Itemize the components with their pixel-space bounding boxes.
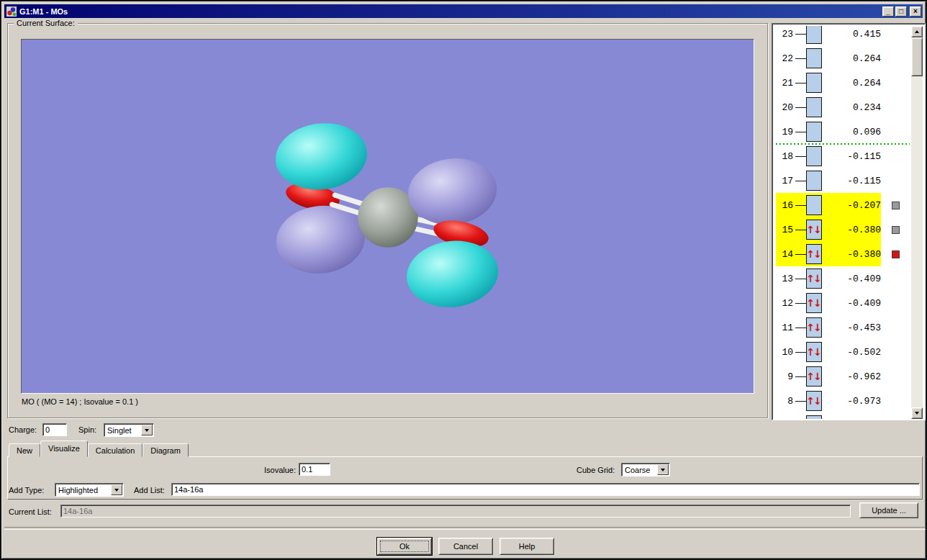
chevron-down-icon	[114, 489, 119, 492]
add-list-input[interactable]	[171, 483, 920, 496]
mo-energy: -0.962	[847, 371, 881, 382]
molecular-orbital-render	[22, 40, 754, 393]
mo-number: 21	[774, 78, 793, 89]
mo-level-line	[795, 303, 806, 304]
mo-row-21[interactable]: 210.264	[774, 71, 913, 95]
molecule-viewport[interactable]	[21, 39, 754, 394]
mo-orbital-box[interactable]	[806, 171, 822, 191]
mo-row-22[interactable]: 220.264	[774, 46, 913, 71]
mo-energy: -0.502	[847, 347, 881, 358]
mo-row-20[interactable]: 200.234	[774, 95, 913, 119]
title-bar[interactable]: G1:M1 - MOs _ □ ×	[4, 4, 923, 18]
mo-level-line	[795, 328, 806, 328]
mo-energy: -0.115	[847, 176, 881, 186]
mo-row-9[interactable]: 9↑↓-0.962	[774, 364, 913, 389]
mo-row-15[interactable]: 15↑↓-0.380	[774, 217, 913, 242]
current-list-label: Current List:	[9, 507, 52, 516]
cancel-button[interactable]: Cancel	[438, 538, 493, 555]
cube-grid-label: Cube Grid:	[576, 466, 615, 474]
mo-row-16[interactable]: 16-0.207	[774, 193, 913, 217]
mo-number: 14	[774, 249, 793, 260]
spin-down-arrow-icon: ↓	[813, 396, 822, 406]
tab-calculation[interactable]: Calculation	[88, 443, 143, 457]
mo-number: 22	[774, 53, 793, 64]
homo-lumo-separator	[776, 143, 910, 145]
mo-level-line	[795, 279, 806, 279]
chevron-down-icon	[145, 429, 149, 432]
cube-grid-dropdown-arrow[interactable]	[657, 464, 669, 475]
mo-orbital-box[interactable]	[806, 97, 822, 117]
mo-orbital-box[interactable]	[806, 73, 822, 93]
mo-row-partial[interactable]: ↑↓	[774, 413, 913, 419]
mo-select-checkbox[interactable]	[892, 226, 900, 234]
mo-orbital-box[interactable]: ↑↓	[806, 244, 822, 264]
mo-orbital-box[interactable]	[806, 48, 822, 68]
app-icon[interactable]	[6, 6, 17, 17]
mo-energy: 0.264	[853, 53, 881, 64]
mo-orbital-box[interactable]: ↑↓	[806, 220, 822, 240]
mo-row-14[interactable]: 14↑↓-0.380	[774, 242, 913, 266]
spin-dropdown[interactable]: Singlet	[104, 423, 154, 437]
mo-orbital-box[interactable]	[806, 146, 822, 166]
tab-visualize[interactable]: Visualize	[40, 441, 88, 457]
mo-row-18[interactable]: 18-0.115	[774, 144, 913, 168]
mo-orbital-box[interactable]	[806, 195, 822, 215]
mo-row-17[interactable]: 17-0.115	[774, 168, 913, 193]
tab-diagram[interactable]: Diagram	[143, 443, 189, 457]
mo-row-19[interactable]: 190.096	[774, 119, 913, 144]
mo-number: 13	[774, 274, 793, 284]
spin-down-arrow-icon: ↓	[813, 274, 822, 284]
mo-select-checkbox[interactable]	[892, 202, 900, 209]
mo-orbital-box[interactable]: ↑↓	[806, 391, 822, 411]
mo-energy: 0.264	[853, 78, 881, 89]
update-button[interactable]: Update ...	[859, 502, 918, 518]
scrollbar-thumb[interactable]	[911, 37, 923, 76]
mo-row-12[interactable]: 12↑↓-0.409	[774, 291, 913, 315]
mo-select-checkbox[interactable]	[892, 250, 900, 258]
mo-orbital-box[interactable]: ↑↓	[806, 342, 822, 362]
mos-dialog-window: G1:M1 - MOs _ □ × Current Surface:	[0, 0, 927, 560]
mo-energy: -0.207	[847, 200, 881, 211]
minimize-button[interactable]: _	[882, 6, 894, 17]
maximize-button[interactable]: □	[895, 6, 907, 17]
mo-orbital-box[interactable]: ↑↓	[806, 293, 822, 313]
mo-row-13[interactable]: 13↑↓-0.409	[774, 266, 913, 291]
mo-orbital-box[interactable]: ↑↓	[806, 366, 822, 387]
scroll-down-button[interactable]	[911, 407, 923, 419]
mo-level-line	[795, 376, 806, 377]
mo-row-23[interactable]: 230.415	[774, 26, 913, 46]
mo-level-line	[795, 401, 806, 402]
ok-button[interactable]: Ok	[377, 538, 432, 555]
mo-list-scrollbar[interactable]	[911, 26, 923, 419]
bottom-divider	[4, 527, 926, 530]
mo-row-8[interactable]: 8↑↓-0.973	[774, 389, 913, 413]
mo-orbital-box[interactable]	[806, 122, 822, 142]
isovalue-input[interactable]	[299, 463, 330, 476]
mo-level-line	[795, 107, 806, 108]
cube-grid-dropdown[interactable]: Coarse	[621, 463, 670, 477]
minimize-icon: _	[886, 7, 890, 15]
mo-energy: -0.380	[847, 225, 881, 235]
mo-orbital-box[interactable]: ↑↓	[806, 268, 822, 289]
mo-number: 11	[774, 322, 793, 333]
tab-new[interactable]: New	[9, 443, 40, 457]
mo-orbital-box[interactable]	[806, 26, 822, 44]
mo-orbital-box[interactable]: ↑↓	[806, 317, 822, 338]
scroll-up-button[interactable]	[911, 26, 923, 37]
charge-input[interactable]	[42, 423, 67, 436]
mo-level-line	[795, 352, 806, 353]
mo-energy: -0.409	[847, 274, 881, 284]
spin-dropdown-arrow[interactable]	[141, 425, 153, 435]
mo-number: 18	[774, 151, 793, 162]
help-button[interactable]: Help	[499, 538, 554, 555]
scroll-down-icon	[915, 412, 919, 415]
add-type-dropdown-arrow[interactable]	[111, 484, 122, 495]
current-list-input	[60, 505, 851, 518]
mo-energy: -0.409	[847, 298, 881, 309]
mo-list[interactable]: 230.415220.264210.264200.234190.09618-0.…	[774, 26, 913, 419]
mo-orbital-box[interactable]: ↑↓	[806, 415, 822, 419]
mo-row-10[interactable]: 10↑↓-0.502	[774, 340, 913, 364]
close-button[interactable]: ×	[910, 6, 921, 17]
mo-row-11[interactable]: 11↑↓-0.453	[774, 315, 913, 340]
add-type-dropdown[interactable]: Highlighted	[55, 483, 124, 497]
